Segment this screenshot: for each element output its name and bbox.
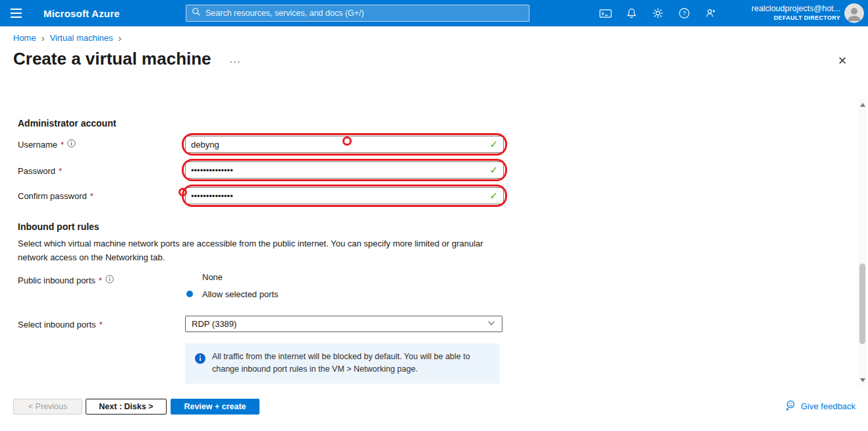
valid-check-icon: ✓: [489, 138, 498, 150]
confirm-password-input[interactable]: •••••••••••••• ✓: [185, 187, 504, 204]
top-icon-group: ?: [592, 0, 724, 26]
azure-portal-window: Microsoft Azure ? real: [0, 0, 868, 431]
username-input[interactable]: debyng ✓: [185, 136, 504, 153]
required-asterisk: *: [99, 275, 102, 285]
required-asterisk: *: [99, 320, 103, 330]
info-icon[interactable]: [105, 275, 114, 285]
scrollbar[interactable]: [858, 99, 867, 386]
radio-none[interactable]: None: [184, 271, 223, 283]
breadcrumb-virtual-machines[interactable]: Virtual machines: [50, 33, 113, 43]
avatar[interactable]: [844, 3, 864, 23]
next-disks-button[interactable]: Next : Disks >: [86, 399, 167, 415]
hamburger-menu-icon[interactable]: [0, 0, 32, 26]
review-create-button[interactable]: Review + create: [171, 399, 259, 415]
public-inbound-ports-label-row: Public inbound ports *: [18, 275, 114, 285]
scroll-up-icon[interactable]: [860, 103, 865, 107]
page-title: Create a virtual machine: [13, 49, 211, 69]
account-info[interactable]: realcloudprojects@hot... DEFAULT DIRECTO…: [751, 3, 840, 22]
password-label-row: Password *: [18, 166, 62, 176]
inbound-description: Select which virtual machine network por…: [18, 237, 489, 265]
info-banner-text: All traffic from the internet will be bl…: [212, 351, 483, 384]
search-icon: [192, 7, 201, 19]
admin-account-heading: Administrator account: [18, 118, 116, 129]
required-asterisk: *: [61, 140, 64, 150]
password-value: ••••••••••••••: [191, 165, 233, 175]
account-directory: DEFAULT DIRECTORY: [751, 14, 840, 22]
more-options-ellipsis-icon[interactable]: ···: [230, 52, 241, 67]
scrollbar-thumb[interactable]: [859, 264, 865, 344]
top-bar: Microsoft Azure ? real: [0, 0, 868, 26]
confirm-password-label-row: Confirm password *: [18, 191, 94, 201]
notifications-bell-icon[interactable]: [618, 0, 645, 26]
radio-none-label: None: [202, 272, 223, 282]
cloud-shell-icon[interactable]: [592, 0, 618, 26]
password-input[interactable]: •••••••••••••• ✓: [185, 161, 504, 179]
inbound-ports-selected-value: RDP (3389): [192, 319, 236, 329]
give-feedback-label: Give feedback: [801, 401, 855, 411]
previous-button[interactable]: < Previous: [13, 399, 82, 415]
radio-circle-icon: [184, 271, 196, 283]
feedback-smiley-icon: [785, 399, 796, 413]
valid-check-icon: ✓: [489, 164, 498, 176]
give-feedback-link[interactable]: Give feedback: [785, 399, 855, 413]
required-asterisk: *: [90, 191, 94, 201]
confirm-password-value: ••••••••••••••: [191, 191, 233, 201]
info-filled-icon: [195, 353, 205, 384]
close-icon[interactable]: ✕: [838, 54, 847, 68]
info-banner: All traffic from the internet will be bl…: [185, 343, 499, 384]
search-input[interactable]: [205, 9, 524, 18]
settings-gear-icon[interactable]: [645, 0, 671, 26]
info-icon[interactable]: [67, 139, 76, 150]
inbound-ports-dropdown[interactable]: RDP (3389): [185, 316, 502, 332]
username-label-row: Username *: [18, 139, 76, 150]
chevron-right-icon: ›: [119, 34, 122, 42]
account-email: realcloudprojects@hot...: [751, 3, 840, 14]
radio-allow-selected-ports[interactable]: Allow selected ports: [184, 288, 279, 300]
help-icon[interactable]: ?: [671, 0, 697, 26]
feedback-person-icon[interactable]: [697, 0, 724, 26]
chevron-down-icon: [487, 319, 496, 329]
scroll-down-icon[interactable]: [860, 378, 865, 382]
page-header: Create a virtual machine ···: [13, 49, 241, 69]
brand-title[interactable]: Microsoft Azure: [43, 0, 120, 26]
required-asterisk: *: [59, 166, 62, 176]
password-label: Password: [18, 166, 55, 176]
username-label: Username: [18, 140, 57, 150]
global-search[interactable]: [186, 5, 529, 22]
username-value: debyng: [191, 140, 219, 150]
inbound-port-rules-heading: Inbound port rules: [18, 221, 99, 232]
svg-text:?: ?: [682, 10, 686, 16]
radio-allow-label: Allow selected ports: [202, 289, 279, 299]
breadcrumb: Home › Virtual machines ›: [13, 33, 122, 43]
chevron-right-icon: ›: [41, 34, 45, 42]
select-inbound-ports-label-row: Select inbound ports *: [18, 320, 103, 330]
valid-check-icon: ✓: [489, 190, 498, 202]
public-inbound-ports-label: Public inbound ports: [18, 275, 95, 285]
select-inbound-ports-label: Select inbound ports: [18, 320, 96, 330]
breadcrumb-home[interactable]: Home: [13, 33, 36, 43]
radio-circle-icon: [184, 288, 196, 300]
confirm-password-label: Confirm password: [18, 191, 87, 201]
